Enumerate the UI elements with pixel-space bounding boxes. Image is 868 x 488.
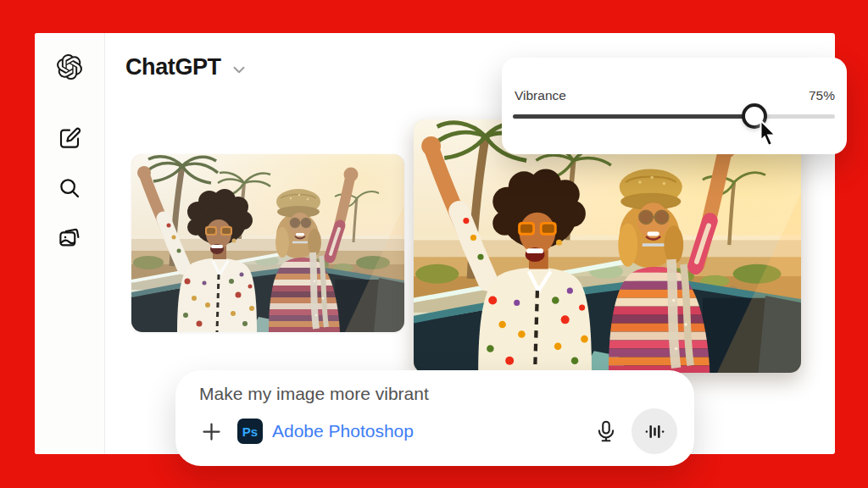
photoshop-icon: Ps xyxy=(237,419,263,444)
microphone-icon[interactable] xyxy=(593,417,620,446)
prompt-input[interactable]: Make my image more vibrant xyxy=(199,384,429,404)
voice-waveform-icon[interactable] xyxy=(632,408,677,454)
composer-bar: Make my image more vibrant Ps Adobe Phot… xyxy=(175,370,694,466)
search-icon[interactable] xyxy=(56,175,83,202)
plus-icon[interactable] xyxy=(199,419,223,443)
screenshot-stage: ChatGPT xyxy=(0,0,868,488)
vibrance-label: Vibrance xyxy=(515,88,566,103)
chevron-down-icon xyxy=(230,57,248,79)
model-switcher[interactable]: ChatGPT xyxy=(125,54,248,80)
new-chat-icon[interactable] xyxy=(56,125,83,152)
plugin-name-link: Adobe Photoshop xyxy=(272,421,414,441)
vibrance-value: 75% xyxy=(809,88,835,103)
vibrance-panel: Vibrance 75% xyxy=(502,58,847,154)
image-edited-vibrant[interactable] xyxy=(414,119,801,373)
sidebar xyxy=(35,33,105,454)
image-original[interactable] xyxy=(131,154,404,332)
page-title: ChatGPT xyxy=(125,54,221,80)
adobe-photoshop-plugin-chip[interactable]: Ps Adobe Photoshop xyxy=(237,419,414,444)
openai-logo-icon[interactable] xyxy=(56,53,83,80)
vibrance-slider-track[interactable] xyxy=(513,114,835,119)
composer-actions-row: Ps Adobe Photoshop xyxy=(199,408,677,455)
vibrance-slider-fill xyxy=(513,114,754,119)
library-icon[interactable] xyxy=(56,224,83,251)
vibrance-slider-knob[interactable] xyxy=(742,103,767,129)
